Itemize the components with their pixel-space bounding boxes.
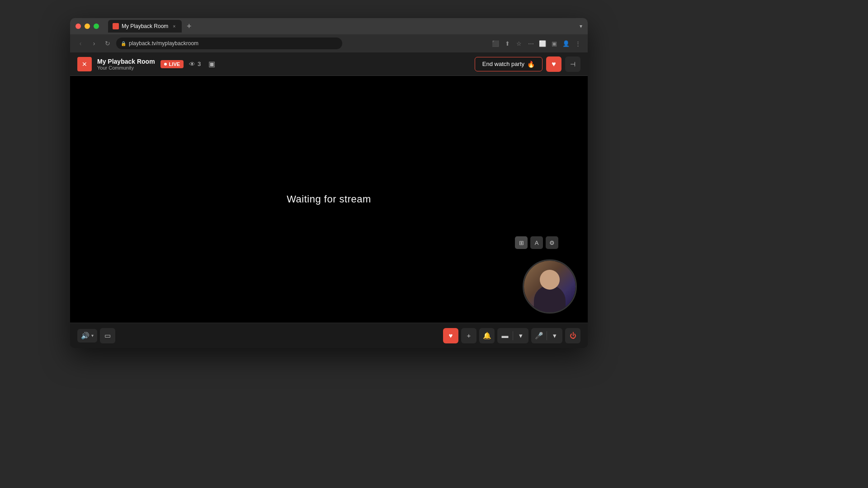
url-text: playback.tv/myplaybackroom [129, 40, 338, 47]
maximize-traffic-light[interactable] [94, 23, 99, 29]
viewer-count: 👁 3 [189, 61, 201, 68]
toolbar-collapse-button[interactable]: ⊣ [565, 56, 580, 72]
tab-bar: My Playback Room × + [108, 20, 576, 33]
forward-button[interactable]: › [89, 38, 99, 48]
camera-chevron: ▾ [519, 332, 523, 340]
back-button: ‹ [75, 38, 85, 48]
mic-icon: 🎤 [535, 332, 543, 340]
end-party-label: End watch party [482, 61, 524, 67]
bottom-right-controls: ♥ + 🔔 ▬ ▾ 🎤 [443, 328, 580, 343]
bottom-toolbar: 🔊 ▾ ▭ ♥ + 🔔 ▬ ▾ [70, 323, 588, 348]
camera-icon: ▬ [502, 332, 509, 339]
webcam-face [524, 261, 576, 312]
live-label: LIVE [169, 61, 180, 67]
puzzle-icon[interactable]: ⬜ [538, 39, 547, 48]
add-button[interactable]: + [461, 328, 476, 343]
screen-icon: ▭ [104, 332, 111, 340]
waiting-text: Waiting for stream [287, 193, 371, 205]
extensions-icon[interactable]: ⋯ [526, 39, 535, 48]
volume-chevron: ▾ [91, 333, 94, 338]
new-tab-button[interactable]: + [184, 21, 194, 32]
share-icon[interactable]: ⬆ [503, 39, 512, 48]
volume-icon: 🔊 [81, 332, 90, 340]
heart-icon: ♥ [552, 60, 556, 68]
mic-chevron: ▾ [553, 332, 557, 340]
layout-icon[interactable]: ▣ [205, 58, 218, 70]
person-icon: A [535, 239, 539, 246]
camera-chevron-button[interactable]: ▾ [513, 328, 528, 343]
minimize-traffic-light[interactable] [85, 23, 90, 29]
toolbar-close-button[interactable]: ✕ [77, 57, 92, 71]
url-bar[interactable]: 🔒 playback.tv/myplaybackroom [116, 38, 342, 49]
volume-button[interactable]: 🔊 ▾ [77, 329, 97, 343]
room-info: My Playback Room Your Community [97, 58, 155, 70]
title-bar-collapse[interactable]: ▾ [580, 23, 582, 29]
eye-icon: 👁 [189, 61, 195, 68]
settings-float-button[interactable]: ⚙ [546, 236, 558, 249]
live-dot [164, 63, 167, 66]
cast-icon[interactable]: ⬛ [491, 39, 500, 48]
floating-controls: ⊞ A ⚙ [515, 236, 558, 249]
live-badge: LIVE [160, 60, 184, 68]
camera-group: ▬ ▾ [497, 328, 528, 343]
viewer-number: 3 [198, 61, 201, 67]
screen-button[interactable]: ▭ [100, 328, 115, 343]
heart-active-icon: ♥ [449, 332, 453, 339]
mic-group: 🎤 ▾ [531, 328, 562, 343]
toolbar-right: End watch party 🔥 ♥ ⊣ [475, 56, 580, 72]
toolbar-heart-button[interactable]: ♥ [546, 56, 561, 72]
fire-icon: 🔥 [527, 61, 535, 68]
sidebar-toggle-icon[interactable]: ▣ [550, 39, 559, 48]
profile-icon[interactable]: 👤 [561, 39, 571, 48]
grid-view-button[interactable]: ⊞ [515, 236, 528, 249]
tab-close-button[interactable]: × [171, 23, 177, 29]
settings-icon: ⚙ [549, 239, 555, 246]
refresh-button[interactable]: ↻ [103, 38, 113, 48]
mic-chevron-button[interactable]: ▾ [547, 328, 562, 343]
active-tab[interactable]: My Playback Room × [108, 20, 182, 33]
add-icon: + [467, 332, 471, 339]
bottom-left-controls: 🔊 ▾ ▭ [77, 328, 115, 343]
address-bar: ‹ › ↻ 🔒 playback.tv/myplaybackroom ⬛ ⬆ ☆… [70, 34, 588, 52]
room-sub: Your Community [97, 65, 155, 70]
collapse-icon: ⊣ [570, 61, 576, 68]
tab-favicon [113, 23, 119, 29]
browser-window: My Playback Room × + ▾ ‹ › ↻ 🔒 playback.… [70, 18, 588, 348]
camera-button[interactable]: ▬ [497, 328, 513, 343]
room-name: My Playback Room [97, 58, 155, 65]
end-watch-party-button[interactable]: End watch party 🔥 [475, 57, 542, 71]
logout-icon: ⏻ [570, 332, 576, 339]
logout-button[interactable]: ⏻ [565, 328, 580, 343]
address-actions: ⬛ ⬆ ☆ ⋯ ⬜ ▣ 👤 ⋮ [491, 39, 582, 48]
lock-icon: 🔒 [121, 41, 126, 46]
person-view-button[interactable]: A [530, 236, 543, 249]
mic-button[interactable]: 🎤 [531, 328, 547, 343]
close-traffic-light[interactable] [75, 23, 81, 29]
bell-button[interactable]: 🔔 [479, 328, 495, 343]
tab-title: My Playback Room [122, 23, 168, 29]
menu-icon[interactable]: ⋮ [573, 39, 582, 48]
app-toolbar: ✕ My Playback Room Your Community LIVE 👁… [70, 52, 588, 76]
bell-icon: 🔔 [483, 332, 491, 340]
webcam-preview [523, 259, 577, 314]
grid-icon: ⊞ [519, 239, 524, 246]
bookmark-icon[interactable]: ☆ [514, 39, 524, 48]
heart-active-button[interactable]: ♥ [443, 328, 458, 343]
main-video-area: Waiting for stream ⊞ A ⚙ [70, 76, 588, 323]
title-bar: My Playback Room × + ▾ [70, 18, 588, 34]
